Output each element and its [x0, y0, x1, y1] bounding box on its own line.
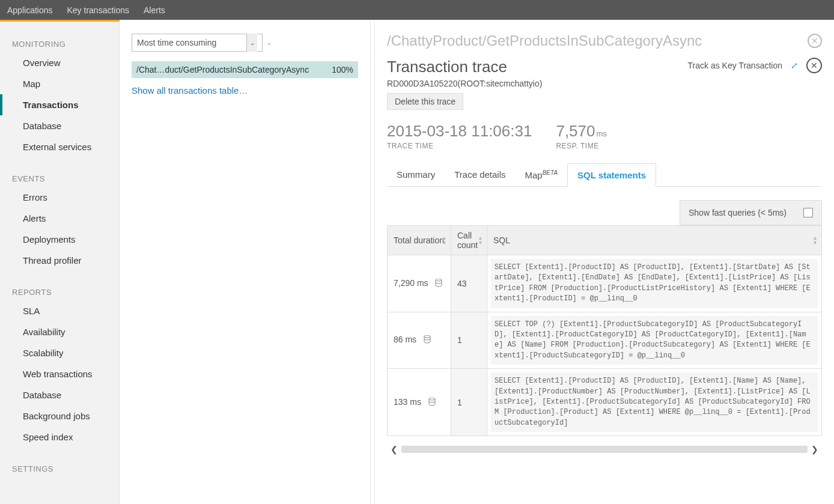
transaction-row[interactable]: /Chat…duct/GetProductsInSubCategoryAsync…	[132, 61, 358, 78]
trace-time-stat: 2015-03-18 11:06:31 TRACE TIME	[387, 122, 532, 150]
close-icon: ✕	[811, 61, 818, 70]
tab-sql-statements[interactable]: SQL statements	[567, 163, 656, 187]
resp-time-stat: 7,570ms RESP. TIME	[556, 122, 606, 150]
topnav-alerts[interactable]: Alerts	[144, 5, 165, 15]
sidebar-heading-events: EVENTS	[0, 167, 119, 187]
th-sql-label: SQL	[493, 235, 510, 245]
pager-prev-button[interactable]: ❮	[387, 445, 401, 454]
sql-statements-table: Total duration ▲▼ Call count ▲▼ SQL ▲▼	[387, 225, 822, 436]
table-row[interactable]: 86 ms 1 SELECT TOP (?) [Extent1].[Produc…	[388, 312, 822, 369]
tab-map-sup: BETA	[543, 169, 558, 176]
duration-value: 86 ms	[394, 335, 416, 344]
th-total-duration-label: Total duration	[394, 235, 444, 245]
trace-time-value: 2015-03-18 11:06:31	[387, 122, 532, 141]
trace-tabs: Summary Trace details MapBETA SQL statem…	[387, 163, 822, 187]
filter-select-value: Most time consuming	[137, 38, 216, 47]
fast-queries-toggle[interactable]: Show fast queries (< 5ms)	[680, 200, 822, 225]
topnav-applications[interactable]: Applications	[7, 5, 53, 15]
trace-title: Transaction trace	[387, 58, 542, 76]
call-count-value: 43	[451, 255, 487, 312]
pager: ❮ ❯	[387, 443, 822, 455]
svg-point-2	[429, 398, 435, 400]
th-call-count[interactable]: Call count ▲▼	[451, 226, 487, 255]
th-sql[interactable]: SQL ▲▼	[487, 226, 822, 255]
sidebar-item-errors[interactable]: Errors	[0, 187, 119, 208]
sort-icon: ▲▼	[478, 235, 483, 245]
tab-trace-details-label: Trace details	[454, 169, 505, 180]
chevron-down-icon: ⌄	[246, 34, 257, 52]
duration-value: 133 ms	[394, 397, 421, 407]
tab-map[interactable]: MapBETA	[516, 163, 568, 186]
filter-select[interactable]: Most time consuming ⌄	[132, 34, 263, 52]
call-count-value: 1	[451, 369, 487, 436]
sidebar-item-thread-profiler[interactable]: Thread profiler	[0, 250, 119, 271]
show-all-transactions-link[interactable]: Show all transactions table…	[132, 85, 358, 96]
fast-queries-label: Show fast queries (< 5ms)	[689, 208, 787, 217]
database-icon	[424, 335, 431, 345]
top-nav: Applications Key transactions Alerts	[0, 0, 834, 20]
resp-time-label: RESP. TIME	[556, 142, 606, 150]
sidebar-item-overview[interactable]: Overview	[0, 52, 119, 73]
close-panel-button[interactable]: ✕	[808, 34, 822, 48]
pager-next-button[interactable]: ❯	[808, 445, 822, 454]
svg-point-1	[424, 335, 430, 338]
sidebar-item-alerts[interactable]: Alerts	[0, 208, 119, 229]
sidebar-item-deployments[interactable]: Deployments	[0, 229, 119, 250]
transaction-name: /Chat…duct/GetProductsInSubCategoryAsync	[136, 65, 309, 74]
sidebar-item-external-services[interactable]: External services	[0, 136, 119, 157]
sidebar-item-background-jobs[interactable]: Background jobs	[0, 405, 119, 427]
sidebar-item-scalability[interactable]: Scalability	[0, 342, 119, 363]
duration-value: 7,290 ms	[394, 278, 428, 288]
sidebar-heading-reports: REPORTS	[0, 281, 119, 300]
database-icon	[435, 279, 442, 289]
database-icon	[428, 398, 436, 408]
delete-trace-button[interactable]: Delete this trace	[387, 93, 463, 110]
sidebar-heading-settings: SETTINGS	[0, 457, 119, 477]
trace-time-label: TRACE TIME	[387, 142, 532, 150]
sidebar-item-speed-index[interactable]: Speed index	[0, 427, 119, 448]
sidebar-item-transactions[interactable]: Transactions	[0, 94, 119, 115]
tab-summary-label: Summary	[397, 169, 435, 180]
trace-detail-panel: /ChattyProduct/GetProductsInSubCategoryA…	[374, 22, 834, 504]
sort-icon: ▲▼	[442, 235, 447, 245]
sql-text: SELECT [Extent1].[ProductID] AS [Product…	[491, 372, 818, 432]
tab-summary[interactable]: Summary	[387, 163, 445, 186]
sidebar-item-database[interactable]: Database	[0, 115, 119, 136]
sidebar-item-report-database[interactable]: Database	[0, 384, 119, 405]
transaction-pct: 100%	[332, 65, 353, 74]
pager-scrollbar[interactable]	[401, 446, 808, 453]
tab-trace-details[interactable]: Trace details	[445, 163, 515, 186]
expand-icon[interactable]: ⤢	[791, 61, 798, 70]
sidebar-item-availability[interactable]: Availability	[0, 321, 119, 342]
th-call-count-label: Call count	[457, 231, 478, 250]
close-icon: ✕	[811, 36, 818, 46]
trace-breadcrumb: /ChattyProduct/GetProductsInSubCategoryA…	[387, 32, 822, 49]
sidebar-heading-monitoring: MONITORING	[0, 32, 119, 52]
transaction-list-panel: Most time consuming ⌄ ⌄ /Chat…duct/GetPr…	[120, 22, 371, 504]
trace-subtitle: RD000D3A105220(ROOT:sitecmchattyio)	[387, 79, 542, 88]
resp-time-unit: ms	[597, 129, 607, 138]
tab-sql-statements-label: SQL statements	[577, 170, 646, 180]
tab-map-label: Map	[525, 170, 543, 180]
sidebar-item-map[interactable]: Map	[0, 73, 119, 94]
th-total-duration[interactable]: Total duration ▲▼	[388, 226, 451, 255]
dropdown-secondary-chevron-icon[interactable]: ⌄	[266, 38, 272, 47]
svg-point-0	[436, 279, 442, 281]
sql-text: SELECT TOP (?) [Extent1].[ProductSubcate…	[491, 316, 818, 365]
sidebar-item-sla[interactable]: SLA	[0, 300, 119, 321]
sort-icon: ▲▼	[812, 235, 818, 245]
topnav-key-transactions[interactable]: Key transactions	[67, 5, 130, 15]
sidebar-item-web-transactions[interactable]: Web transactions	[0, 363, 119, 384]
table-row[interactable]: 133 ms 1 SELECT [Extent1].[ProductID] AS…	[388, 369, 822, 436]
table-row[interactable]: 7,290 ms 43 SELECT [Extent1].[ProductID]…	[388, 255, 822, 312]
track-key-transaction-link[interactable]: Track as Key Transaction	[688, 61, 782, 70]
resp-time-value: 7,570	[556, 122, 595, 140]
fast-queries-checkbox[interactable]	[803, 208, 813, 217]
sidebar: MONITORING Overview Map Transactions Dat…	[0, 22, 120, 504]
close-trace-button[interactable]: ✕	[806, 58, 822, 73]
sql-text: SELECT [Extent1].[ProductID] AS [Product…	[491, 259, 818, 308]
call-count-value: 1	[451, 312, 487, 369]
